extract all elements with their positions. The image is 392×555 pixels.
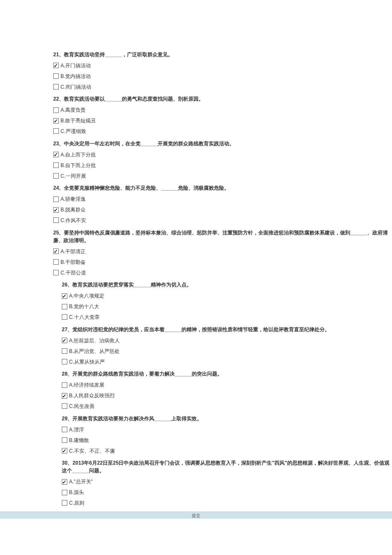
option-label: C.从重从快从严 [69, 358, 105, 364]
option-label: B.敢于亮短揭丑 [61, 118, 96, 124]
checkbox-icon[interactable] [53, 207, 59, 213]
option-label: A.骄奢淫逸 [61, 196, 86, 202]
option[interactable]: B.脱离群众 [0, 204, 392, 215]
checkbox-icon[interactable] [62, 500, 67, 506]
question-block-21: 21、教育实践活动坚持______，广泛听取群众意见。A.开门搞活动B.党内搞活… [0, 49, 392, 92]
checkbox-icon[interactable] [53, 249, 59, 254]
question-text: 22、教育实践活动要以______的勇气和态度查找问题、剖析原因。 [0, 93, 392, 104]
option-label: C.干部公道 [61, 269, 86, 275]
option-label: A.开门搞活动 [61, 63, 91, 69]
option[interactable]: B.党内搞活动 [0, 71, 392, 81]
option[interactable]: C.严谨细致 [0, 126, 392, 136]
option-label: B.脱离群众 [61, 207, 86, 213]
question-block-30: 30、2013年6月22日至25日中央政治局召开专门会议，强调要从思想教育入手，… [0, 457, 392, 508]
checkbox-icon[interactable] [53, 270, 59, 275]
option-label: B.从严治党、从严惩处 [69, 348, 120, 354]
question-text: 26、教育实践活动要把贯穿落实______精神作为切入点。 [0, 279, 392, 290]
option[interactable]: B.干部勤奋 [0, 257, 392, 267]
submit-area[interactable]: 提交 [0, 512, 392, 519]
checkbox-icon[interactable] [62, 448, 67, 454]
option[interactable]: C.民生改善 [0, 401, 392, 411]
option-label: C.民生改善 [69, 403, 95, 409]
checkbox-icon[interactable] [62, 403, 67, 409]
option-label: A.高度负责 [61, 107, 86, 113]
checkbox-icon[interactable] [53, 217, 59, 223]
option[interactable]: A.高度负责 [0, 104, 392, 115]
checkbox-icon[interactable] [62, 359, 67, 364]
question-text: 21、教育实践活动坚持______，广泛听取群众意见。 [0, 49, 392, 60]
checkbox-icon[interactable] [62, 338, 67, 343]
option[interactable]: A.漂浮 [0, 424, 392, 435]
option[interactable]: C.从重从快从严 [0, 356, 392, 367]
option[interactable]: B.从严治党、从严惩处 [0, 346, 392, 356]
option-label: A.干部清正 [61, 249, 86, 254]
option[interactable]: A.惩前毖后、治病救人 [0, 335, 392, 346]
checkbox-icon[interactable] [53, 259, 59, 265]
checkbox-icon[interactable] [62, 479, 67, 485]
option[interactable]: C.不实、不正、不廉 [0, 445, 392, 456]
checkbox-icon[interactable] [53, 107, 59, 113]
option-label: C.十八大党章 [69, 314, 100, 320]
checkbox-icon[interactable] [62, 348, 67, 354]
option-label: A."总开关" [69, 479, 93, 485]
option[interactable]: B.党的十八大 [0, 301, 392, 312]
checkbox-icon[interactable] [53, 162, 59, 168]
checkbox-icon[interactable] [53, 63, 59, 68]
question-block-25: 25、要坚持中国特色反腐倡廉道路，坚持标本兼治、综合治理、惩防并举、注重预防方针… [0, 227, 392, 278]
option[interactable]: A.骄奢淫逸 [0, 194, 392, 204]
checkbox-icon[interactable] [62, 490, 67, 495]
question-block-26: 26、教育实践活动要把贯穿落实______精神作为切入点。A.中央八项规定B.党… [0, 279, 392, 322]
option-label: B.源头 [69, 489, 84, 495]
option[interactable]: B.源头 [0, 487, 392, 497]
option-label: B.庸懒散 [69, 437, 89, 443]
checkbox-icon[interactable] [53, 152, 59, 157]
checkbox-icon[interactable] [62, 393, 67, 399]
checkbox-icon[interactable] [53, 173, 59, 179]
option[interactable]: C.干部公道 [0, 267, 392, 278]
checkbox-icon[interactable] [53, 197, 59, 202]
checkbox-icon[interactable] [62, 314, 67, 320]
checkbox-icon[interactable] [62, 293, 67, 299]
question-text: 27、党组织对违犯党的纪律的党员，应当本着______的精神，按照错误性质和情节… [0, 324, 392, 335]
option[interactable]: C.一同开展 [0, 171, 392, 181]
question-text: 24、全党要克服精神懈怠危险、能力不足危险、______危险、消极腐败危险。 [0, 182, 392, 194]
checkbox-icon[interactable] [62, 382, 67, 388]
checkbox-icon[interactable] [53, 118, 59, 124]
quiz-container: 21、教育实践活动坚持______，广泛听取群众意见。A.开门搞活动B.党内搞活… [0, 0, 392, 508]
option[interactable]: A.自上而下分批 [0, 149, 392, 160]
option-label: B.人民群众反映强烈 [69, 393, 115, 399]
option[interactable]: C.作风不实 [0, 215, 392, 225]
option[interactable]: B.人民群众反映强烈 [0, 390, 392, 401]
submit-label: 提交 [192, 513, 200, 518]
option-label: C.原则 [69, 500, 84, 506]
option-label: B.党内搞活动 [61, 73, 91, 79]
option[interactable]: A."总开关" [0, 476, 392, 487]
checkbox-icon[interactable] [62, 427, 67, 432]
question-block-27: 27、党组织对违犯党的纪律的党员，应当本着______的精神，按照错误性质和情节… [0, 324, 392, 367]
checkbox-icon[interactable] [62, 304, 67, 309]
option-label: B.党的十八大 [69, 304, 99, 309]
checkbox-icon[interactable] [53, 128, 59, 134]
option-label: C.作风不实 [61, 217, 86, 223]
option[interactable]: B.敢于亮短揭丑 [0, 115, 392, 126]
checkbox-icon[interactable] [53, 84, 59, 90]
option[interactable]: B.庸懒散 [0, 435, 392, 445]
checkbox-icon[interactable] [53, 73, 59, 79]
option[interactable]: A.开门搞活动 [0, 60, 392, 71]
option-label: C.严谨细致 [61, 128, 86, 134]
question-text: 29、开展教育实践活动要努力在解决作风______上取得实效。 [0, 413, 392, 424]
option-label: B.干部勤奋 [61, 259, 86, 265]
question-text: 30、2013年6月22日至25日中央政治局召开专门会议，强调要从思想教育入手，… [0, 457, 392, 476]
option-label: B.自下而上分批 [61, 162, 96, 168]
option[interactable]: B.自下而上分批 [0, 160, 392, 171]
checkbox-icon[interactable] [62, 437, 67, 443]
question-text: 23、中央决定用一年左右时间，在全党______开展党的群众路线教育实践活动。 [0, 138, 392, 149]
option-label: C.不实、不正、不廉 [69, 448, 115, 454]
option[interactable]: A.中央八项规定 [0, 290, 392, 301]
option-label: C.闭门搞活动 [61, 84, 91, 90]
option[interactable]: C.原则 [0, 497, 392, 508]
option[interactable]: A.经济持续发展 [0, 379, 392, 390]
option[interactable]: A.干部清正 [0, 246, 392, 257]
option[interactable]: C.闭门搞活动 [0, 81, 392, 92]
option[interactable]: C.十八大党章 [0, 312, 392, 322]
